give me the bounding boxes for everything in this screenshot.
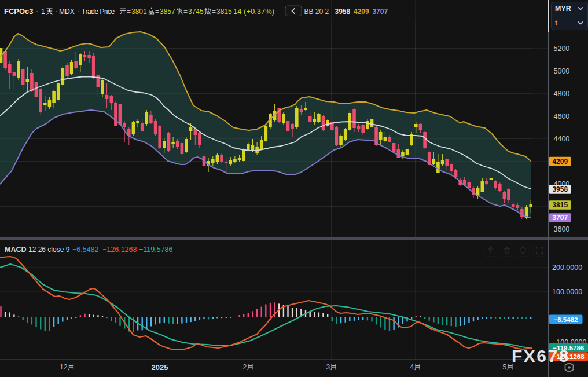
svg-text:3600: 3600 — [554, 225, 570, 233]
svg-text:5: 5 — [503, 363, 507, 371]
svg-text:−6.5482: −6.5482 — [554, 316, 578, 323]
svg-text:4209: 4209 — [354, 8, 369, 16]
svg-text:3958: 3958 — [335, 8, 351, 16]
svg-text:3707: 3707 — [552, 214, 568, 222]
svg-text:·: · — [36, 7, 38, 15]
svg-text:5200: 5200 — [554, 45, 570, 53]
svg-text:=: = — [155, 8, 159, 16]
svg-text:−126.1268: −126.1268 — [102, 246, 137, 254]
svg-text:3958: 3958 — [552, 185, 568, 193]
svg-text:2025: 2025 — [152, 363, 168, 372]
svg-text:3745: 3745 — [188, 8, 204, 16]
svg-text:5000: 5000 — [554, 67, 570, 75]
svg-text:3815: 3815 — [552, 201, 568, 209]
svg-text:·: · — [78, 7, 80, 15]
svg-text:200.0000: 200.0000 — [552, 263, 582, 272]
svg-text:=: = — [183, 8, 188, 16]
svg-text:−6.5482: −6.5482 — [72, 246, 99, 254]
svg-text:4800: 4800 — [554, 90, 570, 98]
svg-text:2: 2 — [243, 363, 247, 371]
svg-text:4209: 4209 — [552, 158, 568, 166]
svg-text:3707: 3707 — [373, 8, 388, 16]
svg-text:·: · — [55, 7, 57, 15]
svg-text:14 (+0.37%): 14 (+0.37%) — [233, 7, 274, 16]
svg-text:4600: 4600 — [554, 112, 570, 120]
svg-text:FCPOc3: FCPOc3 — [4, 7, 34, 16]
svg-text:BB 20 2: BB 20 2 — [304, 8, 329, 16]
svg-text:3801: 3801 — [131, 8, 147, 16]
svg-text:12: 12 — [60, 363, 68, 371]
svg-text:4: 4 — [410, 363, 414, 371]
svg-text:3815: 3815 — [216, 8, 232, 16]
svg-text:3: 3 — [326, 363, 330, 371]
svg-text:MACD: MACD — [5, 246, 27, 254]
svg-text:−119.5786: −119.5786 — [139, 246, 173, 254]
svg-text:=: = — [127, 8, 131, 16]
svg-text:MYR: MYR — [555, 5, 571, 13]
svg-text:4400: 4400 — [554, 135, 570, 143]
svg-text:1: 1 — [41, 8, 45, 16]
svg-text:FX678: FX678 — [512, 346, 570, 365]
svg-text:=: = — [212, 8, 216, 16]
svg-text:12 26 close 9: 12 26 close 9 — [28, 246, 70, 254]
svg-text:MDX: MDX — [59, 8, 75, 16]
svg-text:100.0000: 100.0000 — [552, 288, 582, 296]
svg-text:3857: 3857 — [160, 8, 175, 16]
svg-text:Trade Price: Trade Price — [82, 8, 115, 16]
